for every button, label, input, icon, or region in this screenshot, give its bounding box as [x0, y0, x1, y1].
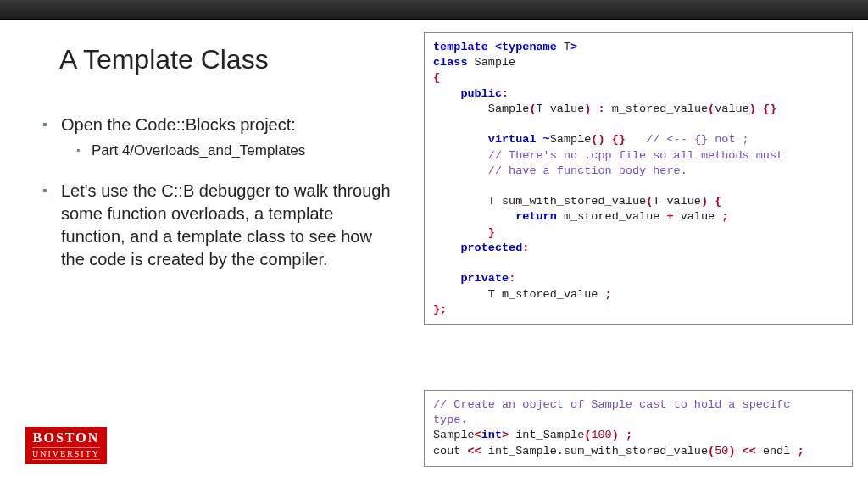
- code-block-usage: // Create an object of Sample cast to ho…: [424, 390, 853, 467]
- bullet-subitem: Part 4/Overloads_and_Templates: [61, 141, 398, 161]
- logo: BOSTON UNIVERSITY: [25, 427, 107, 464]
- title-bar: [0, 0, 868, 20]
- bullet-item: Let's use the C::B debugger to walk thro…: [42, 180, 398, 271]
- bullet-list: Open the Code::Blocks project:Part 4/Ove…: [42, 114, 398, 290]
- slide: A Template Class Open the Code::Blocks p…: [0, 20, 868, 488]
- bullet-item: Open the Code::Blocks project:Part 4/Ove…: [42, 114, 398, 161]
- code-block-class: template <typename T> class Sample { pub…: [424, 32, 853, 325]
- logo-line1: BOSTON: [32, 430, 100, 446]
- logo-line2: UNIVERSITY: [32, 447, 100, 460]
- slide-title: A Template Class: [59, 44, 269, 75]
